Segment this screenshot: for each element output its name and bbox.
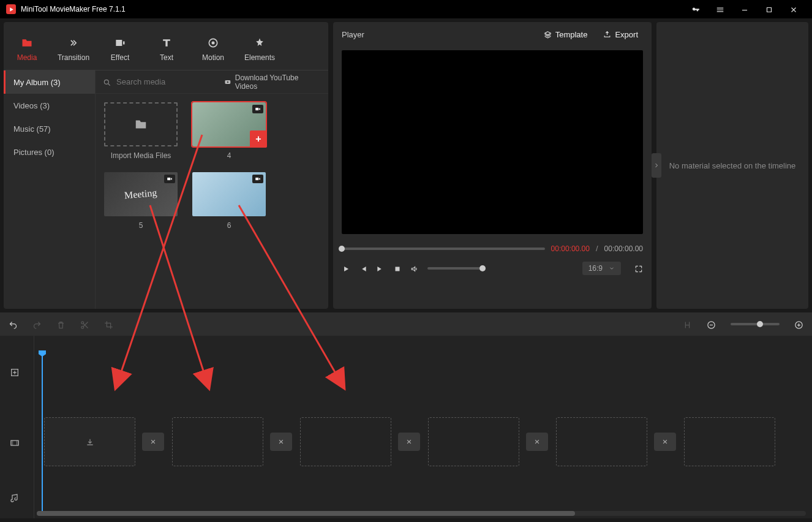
thumb-5-label: 5 — [139, 221, 143, 230]
inspector-empty-text: No material selected on the timeline — [669, 161, 796, 170]
timeline-slot-3[interactable] — [300, 417, 391, 466]
media-thumb-6[interactable]: 6 — [192, 172, 266, 230]
timeline-scrollbar[interactable] — [37, 511, 806, 516]
chevron-down-icon — [609, 265, 615, 271]
elements-icon — [254, 36, 266, 50]
snap-button[interactable] — [683, 319, 692, 330]
tab-effect[interactable]: Effect — [97, 27, 143, 70]
tab-elements-label: Elements — [244, 53, 275, 62]
timeline-track-headers — [0, 336, 34, 518]
timeline-slot-4[interactable] — [428, 417, 519, 466]
tab-media[interactable]: Media — [4, 27, 50, 70]
thumb-4-image[interactable]: + — [192, 102, 266, 146]
media-panel: Media Transition Effect Text Motion Elem… — [4, 22, 328, 309]
key-icon[interactable] — [683, 4, 708, 14]
transition-slot-5[interactable] — [654, 433, 676, 451]
timeline-slot-2[interactable] — [172, 417, 263, 466]
collapse-inspector-button[interactable] — [652, 153, 661, 178]
zoom-out-button[interactable] — [707, 319, 716, 330]
template-button[interactable]: Template — [539, 28, 593, 42]
thumb-6-label: 6 — [227, 221, 231, 230]
audio-track-icon — [10, 492, 20, 503]
sidebar-item-myalbum[interactable]: My Album (3) — [4, 70, 95, 94]
download-youtube-label: Download YouTube Videos — [235, 74, 321, 91]
tab-motion[interactable]: Motion — [190, 27, 236, 70]
sidebar-item-pictures[interactable]: Pictures (0) — [4, 140, 95, 164]
video-badge-icon — [252, 175, 263, 183]
media-sidebar: My Album (3) Videos (3) Music (57) Pictu… — [4, 70, 96, 309]
transition-icon — [67, 36, 80, 50]
prev-button[interactable] — [359, 263, 367, 273]
app-title: MiniTool MovieMaker Free 7.1.1 — [21, 5, 126, 13]
transition-slot-2[interactable] — [270, 433, 292, 451]
transition-slot-1[interactable] — [142, 433, 164, 451]
thumb-6-image[interactable] — [192, 172, 266, 216]
zoom-slider[interactable] — [731, 323, 780, 325]
export-icon — [603, 31, 611, 39]
close-icon[interactable] — [781, 4, 806, 14]
redo-button[interactable] — [32, 319, 42, 330]
timeline-slot-1[interactable] — [44, 417, 135, 466]
undo-button[interactable] — [9, 319, 18, 330]
video-track-icon — [10, 437, 20, 448]
play-button[interactable] — [342, 263, 350, 273]
player-title: Player — [342, 30, 533, 39]
tab-text-label: Text — [160, 53, 173, 62]
add-to-timeline-button[interactable]: + — [250, 130, 267, 148]
tab-elements[interactable]: Elements — [236, 27, 283, 70]
timeline[interactable] — [0, 336, 812, 518]
svg-point-0 — [212, 42, 215, 45]
volume-icon[interactable] — [410, 263, 419, 273]
player-viewport — [342, 50, 643, 234]
tab-effect-label: Effect — [111, 53, 129, 62]
time-separator: / — [596, 244, 598, 253]
timeline-slot-5[interactable] — [556, 417, 647, 466]
seek-bar[interactable] — [342, 248, 545, 250]
media-thumb-5[interactable]: Meeting 5 — [104, 172, 178, 230]
titlebar: MiniTool MovieMaker Free 7.1.1 — [0, 0, 812, 18]
sidebar-item-music[interactable]: Music (57) — [4, 117, 95, 140]
svg-rect-13 — [11, 441, 18, 445]
tab-motion-label: Motion — [202, 53, 224, 62]
thumb-4-label: 4 — [227, 151, 231, 160]
import-media-cell[interactable]: Import Media Files — [104, 102, 178, 160]
sidebar-item-videos[interactable]: Videos (3) — [4, 94, 95, 117]
fullscreen-button[interactable] — [634, 263, 643, 273]
next-button[interactable] — [376, 263, 385, 273]
thumb-5-image[interactable]: Meeting — [104, 172, 178, 216]
download-youtube-button[interactable]: Download YouTube Videos — [224, 74, 321, 91]
template-label: Template — [555, 30, 588, 39]
crop-button[interactable] — [104, 319, 113, 330]
drop-here-icon — [85, 436, 95, 447]
volume-slider[interactable] — [427, 267, 483, 270]
zoom-in-button[interactable] — [794, 319, 803, 330]
delete-button[interactable] — [56, 319, 66, 330]
timeline-slot-6[interactable] — [684, 417, 775, 466]
folder-icon — [21, 36, 33, 50]
transition-slot-3[interactable] — [398, 433, 420, 451]
tab-text[interactable]: Text — [143, 27, 190, 70]
svg-rect-5 — [167, 178, 170, 180]
video-track[interactable] — [34, 415, 812, 468]
layers-icon — [544, 31, 552, 39]
import-media-label: Import Media Files — [111, 151, 171, 160]
search-icon — [103, 77, 111, 86]
media-thumbnails: Import Media Files + 4 Meeting — [96, 94, 328, 238]
maximize-icon[interactable] — [757, 4, 781, 14]
effect-icon — [114, 36, 126, 50]
main-tabs: Media Transition Effect Text Motion Elem… — [4, 22, 328, 70]
transition-slot-4[interactable] — [526, 433, 548, 451]
aspect-ratio-select[interactable]: 16:9 — [582, 262, 621, 275]
tab-media-label: Media — [17, 53, 37, 62]
export-button[interactable]: Export — [598, 28, 643, 42]
stop-button[interactable] — [393, 263, 402, 273]
search-input[interactable] — [116, 77, 219, 86]
import-media-thumb[interactable] — [104, 102, 178, 146]
media-thumb-4[interactable]: + 4 — [192, 102, 266, 160]
svg-point-2 — [104, 80, 108, 84]
minimize-icon[interactable] — [732, 4, 757, 14]
add-track-icon[interactable] — [10, 366, 20, 377]
menu-icon[interactable] — [708, 4, 732, 14]
split-button[interactable] — [80, 319, 89, 330]
tab-transition[interactable]: Transition — [50, 27, 97, 70]
